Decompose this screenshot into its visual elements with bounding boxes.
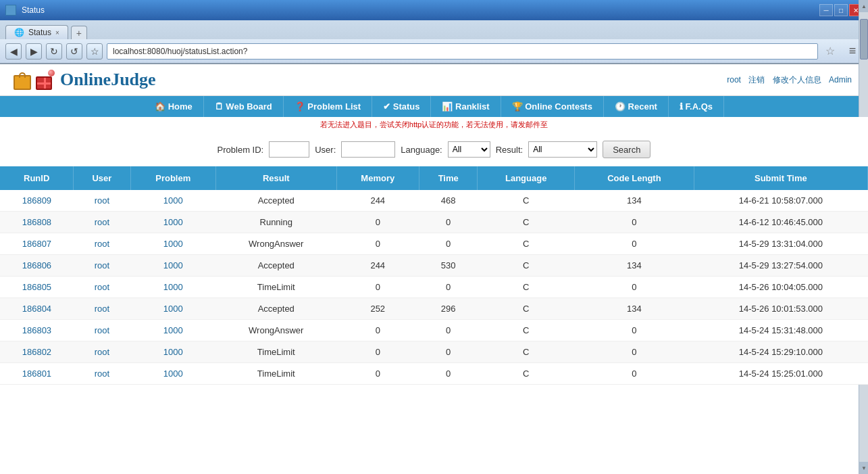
scroll-up-button[interactable]: ▲ [859,0,868,12]
logout-link[interactable]: 注销 [748,75,765,85]
nav-faqs[interactable]: ℹ F.A.Qs [669,96,724,117]
cell-language: C [478,298,575,320]
user-link[interactable]: root [95,347,109,357]
cell-memory: 0 [336,341,419,363]
cell-codelength: 0 [575,320,694,341]
runid-link[interactable]: 186801 [22,369,51,379]
user-link[interactable]: root [95,325,109,335]
star-button[interactable]: ☆ [86,43,103,60]
back2-button[interactable]: ↺ [66,43,82,60]
nav-webboard[interactable]: 🗒 Web Board [204,96,284,117]
cell-submittime: 14-5-24 15:31:48.000 [694,320,867,341]
user-link[interactable]: root [95,195,109,206]
runid-link[interactable]: 186803 [22,325,51,335]
col-language: Language [478,166,575,190]
back-button[interactable]: ◀ [5,43,22,60]
cell-submittime: 14-5-29 13:31:04.000 [694,233,867,255]
runid-link[interactable]: 186806 [22,260,51,270]
refresh-button[interactable]: ↻ [46,43,62,60]
cell-runid: 186806 [0,255,74,277]
cell-time: 0 [419,363,478,385]
header-right: root 注销 修改个人信息 Admin [724,74,854,86]
language-select[interactable]: All C C++ Java Pascal [448,141,490,158]
user-link[interactable]: root [95,369,109,379]
user-link[interactable]: root [95,239,109,249]
cell-result: Accepted [215,298,336,320]
address-bar[interactable]: localhost:8080/huoj/statusList.action? [107,43,818,60]
cell-user: root [74,255,130,277]
runid-link[interactable]: 186809 [22,195,51,206]
problem-id-label: Problem ID: [218,145,264,155]
profile-link[interactable]: 修改个人信息 [773,75,821,85]
user-link[interactable]: root [727,75,741,85]
navigation-bar: ◀ ▶ ↻ ↺ ☆ localhost:8080/huoj/statusList… [0,39,868,64]
problem-link[interactable]: 1000 [163,260,183,270]
maximize-button[interactable]: □ [834,4,848,16]
tab-label: Status [28,28,51,37]
scrollbar-thumb[interactable] [860,19,868,60]
problem-link[interactable]: 1000 [163,239,183,249]
problem-link[interactable]: 1000 [163,217,183,227]
problem-link[interactable]: 1000 [163,369,183,379]
status-table: RunID User Problem Result Memory Time La… [0,166,868,385]
cell-submittime: 14-6-21 10:58:07.000 [694,190,867,212]
forward-button[interactable]: ▶ [26,43,42,60]
col-memory: Memory [336,166,419,190]
user-link[interactable]: root [95,282,109,292]
user-input[interactable] [341,141,395,158]
scroll-down-button[interactable]: ▼ [859,462,868,474]
nav-home[interactable]: 🏠 Home [144,96,204,117]
cell-codelength: 134 [575,190,694,212]
cell-codelength: 134 [575,255,694,277]
col-submittime: Submit Time [694,166,867,190]
nav-recent[interactable]: 🕐 Recent [604,96,669,117]
user-link[interactable]: root [95,260,109,270]
nav-status[interactable]: ✔ Status [372,96,431,117]
cell-memory: 0 [336,233,419,255]
tab-close-button[interactable]: × [55,29,59,37]
cell-time: 0 [419,341,478,363]
runid-link[interactable]: 186804 [22,304,51,314]
bookmark-star[interactable]: ☆ [822,43,838,60]
cell-problem: 1000 [130,341,215,363]
cell-result: WrongAnswer [215,320,336,341]
runid-link[interactable]: 186807 [22,239,51,249]
cell-runid: 186807 [0,233,74,255]
problem-link[interactable]: 1000 [163,304,183,314]
problem-link[interactable]: 1000 [163,347,183,357]
active-tab[interactable]: 🌐 Status × [5,25,68,39]
runid-link[interactable]: 186802 [22,347,51,357]
minimize-button[interactable]: ─ [819,4,833,16]
col-user: User [74,166,130,190]
main-nav: 🏠 Home 🗒 Web Board ❓ Problem List ✔ Stat… [0,96,868,117]
admin-link[interactable]: Admin [829,75,852,85]
col-codelength: Code Length [575,166,694,190]
user-link[interactable]: root [95,304,109,314]
runid-link[interactable]: 186805 [22,282,51,292]
table-body: 186809 root 1000 Accepted 244 468 C 134 … [0,190,868,385]
problem-link[interactable]: 1000 [163,282,183,292]
problem-link[interactable]: 1000 [163,195,183,206]
cell-codelength: 0 [575,363,694,385]
new-tab-button[interactable]: + [71,26,87,39]
browser-icon [5,5,16,16]
cell-memory: 244 [336,255,419,277]
nav-onlinecontests[interactable]: 🏆 Online Contests [501,96,604,117]
search-button[interactable]: Search [603,141,650,158]
problem-id-input[interactable] [269,141,309,158]
table-row: 186801 root 1000 TimeLimit 0 0 C 0 14-5-… [0,363,868,385]
runid-link[interactable]: 186808 [22,217,51,227]
nav-ranklist[interactable]: 📊 Ranklist [431,96,501,117]
col-problem: Problem [130,166,215,190]
cell-result: TimeLimit [215,277,336,298]
cell-runid: 186801 [0,363,74,385]
nav-problemlist[interactable]: ❓ Problem List [284,96,372,117]
user-link[interactable]: root [95,217,109,227]
cell-result: TimeLimit [215,363,336,385]
problem-link[interactable]: 1000 [163,325,183,335]
cell-submittime: 14-5-24 15:25:01.000 [694,363,867,385]
result-select[interactable]: All Accepted WrongAnswer TimeLimit Runni… [528,141,597,158]
cell-codelength: 0 [575,212,694,233]
cell-problem: 1000 [130,320,215,341]
cell-memory: 0 [336,320,419,341]
